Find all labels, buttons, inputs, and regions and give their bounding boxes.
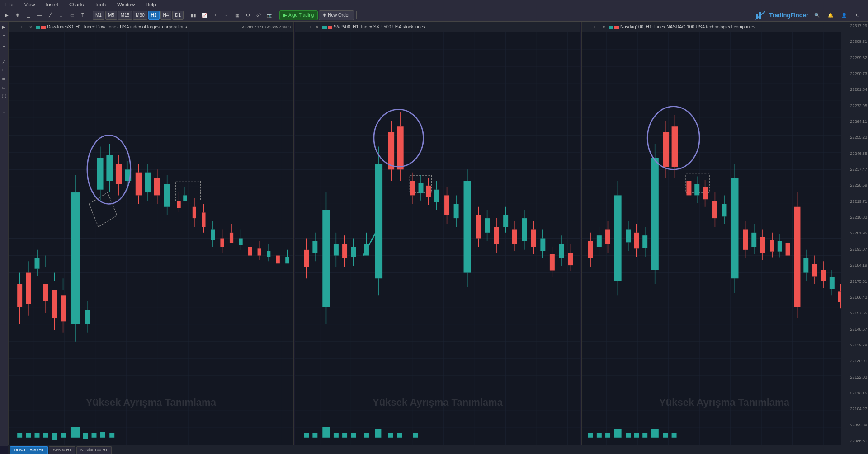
sidebar-line[interactable]: ⎯: [0, 41, 8, 48]
svg-rect-133: [109, 433, 114, 438]
svg-rect-236: [522, 218, 527, 241]
chart2-minimize-btn[interactable]: _: [298, 24, 304, 30]
sidebar-cursor[interactable]: ▶: [0, 23, 8, 31]
svg-rect-218: [464, 181, 471, 273]
fib-btn[interactable]: □: [56, 10, 66, 20]
chart-body-1[interactable]: Yüksek Ayrışma Tanımlama: [9, 32, 293, 445]
rect-btn[interactable]: ▭: [67, 10, 77, 20]
tf-m15[interactable]: M15: [118, 11, 132, 20]
charts-area: _ □ ✕ DowJones30, H1: Index Dow Jones US…: [8, 22, 868, 445]
sidebar-rect[interactable]: ▭: [0, 84, 8, 91]
zoom-out-btn[interactable]: -: [221, 10, 231, 20]
svg-rect-62: [97, 158, 104, 190]
account-icon[interactable]: 👤: [839, 10, 849, 20]
tab-nasdaq[interactable]: Nasdaq100,H1: [76, 446, 112, 454]
price-label-26: 22095.39: [842, 423, 867, 427]
svg-rect-261: [388, 433, 393, 438]
indicators-btn[interactable]: ☍: [254, 10, 264, 20]
svg-rect-263: [413, 433, 418, 438]
screenshot-btn[interactable]: 📷: [264, 10, 274, 20]
menu-tools[interactable]: Tools: [93, 1, 108, 8]
chart3-candles-svg: [582, 32, 867, 445]
sidebar-crosshair[interactable]: +: [0, 32, 8, 39]
svg-rect-239: [531, 229, 536, 247]
sidebar-ellipse[interactable]: ◯: [0, 92, 8, 99]
chart3-minimize-btn[interactable]: _: [585, 24, 591, 30]
svg-rect-366: [794, 207, 801, 307]
svg-rect-115: [267, 251, 270, 257]
search-icon[interactable]: 🔍: [812, 10, 822, 20]
menu-help[interactable]: Help: [144, 1, 158, 8]
svg-rect-354: [760, 237, 765, 253]
chart-body-3[interactable]: Yüksek Ayrışma Tanımlama: [582, 32, 867, 445]
menu-charts[interactable]: Charts: [67, 1, 85, 8]
svg-rect-83: [164, 184, 170, 207]
zoom-in-btn[interactable]: +: [210, 10, 220, 20]
shared-price-axis: 22317.29 22308.51 22299.62 22290.73 2228…: [841, 22, 868, 445]
svg-rect-206: [426, 186, 431, 197]
svg-rect-40: [26, 273, 31, 304]
menu-file[interactable]: File: [4, 1, 15, 8]
chart1-minimize-btn[interactable]: _: [11, 24, 18, 30]
svg-rect-55: [71, 192, 80, 324]
svg-rect-95: [202, 212, 205, 227]
chart3-close-btn[interactable]: ✕: [601, 24, 607, 30]
svg-rect-230: [503, 215, 508, 227]
sidebar-trend[interactable]: ╱: [0, 58, 8, 65]
text-btn[interactable]: T: [78, 10, 88, 20]
settings2-icon[interactable]: ⚙: [853, 10, 863, 20]
chart1-candles-svg: [9, 32, 293, 445]
svg-rect-203: [419, 183, 424, 193]
new-order-label: New Order: [328, 13, 349, 18]
hline-btn[interactable]: ―: [34, 10, 44, 20]
svg-rect-90: [183, 195, 187, 201]
menu-window[interactable]: Window: [115, 1, 137, 8]
price-label-27: 22086.51: [842, 439, 867, 443]
notifications-icon[interactable]: 🔔: [826, 10, 835, 20]
trendline-btn[interactable]: ╱: [45, 10, 55, 20]
algo-trading-btn[interactable]: ▶ Algo Trading: [279, 10, 318, 20]
tf-m30[interactable]: M30: [133, 11, 147, 20]
sidebar-hline[interactable]: ―: [0, 49, 8, 56]
chart-header-3: _ □ ✕ Nasdaq100, H1: Index NASDAQ 100 US…: [582, 22, 867, 32]
tf-d1[interactable]: D1: [172, 11, 184, 20]
logo-text: TradingFinder: [769, 12, 808, 19]
chart1-maximize-btn[interactable]: □: [19, 24, 26, 30]
price-label-top: 22317.29: [842, 23, 867, 28]
line-btn[interactable]: ⎯: [24, 10, 33, 20]
svg-rect-319: [651, 158, 658, 270]
line-chart-btn[interactable]: 📈: [199, 10, 209, 20]
svg-rect-221: [476, 215, 481, 239]
svg-rect-123: [17, 433, 22, 438]
tf-m5[interactable]: M5: [105, 11, 117, 20]
svg-rect-363: [786, 243, 790, 256]
settings-btn[interactable]: ⚙: [243, 10, 253, 20]
svg-rect-98: [211, 229, 215, 240]
sidebar-channel[interactable]: ═: [0, 75, 8, 82]
svg-rect-348: [743, 229, 748, 249]
tf-m1[interactable]: M1: [93, 11, 104, 20]
sep4: [356, 11, 357, 19]
crosshair-btn[interactable]: ✚: [13, 10, 23, 20]
svg-rect-369: [803, 258, 808, 273]
chart1-close-btn[interactable]: ✕: [28, 24, 34, 30]
sidebar-text[interactable]: T: [0, 101, 8, 108]
svg-rect-104: [230, 233, 233, 243]
tab-sp500[interactable]: SP500,H1: [49, 446, 75, 454]
sidebar-arrow[interactable]: ↑: [0, 109, 8, 117]
tf-h1[interactable]: H1: [148, 11, 160, 20]
menu-insert[interactable]: Insert: [44, 1, 60, 8]
chart2-maximize-btn[interactable]: □: [306, 24, 312, 30]
grid-btn[interactable]: ▦: [232, 10, 242, 20]
tab-dowjones[interactable]: DowJones30,H1: [10, 446, 48, 454]
chart-body-2[interactable]: Yüksek Ayrışma Tanımlama: [295, 32, 580, 445]
new-order-btn[interactable]: ✚ New Order: [319, 10, 354, 20]
chart3-maximize-btn[interactable]: □: [593, 24, 599, 30]
menu-view[interactable]: View: [23, 1, 37, 8]
tf-h4[interactable]: H4: [160, 11, 172, 20]
price-label-11: 22228.59: [842, 183, 867, 187]
sidebar-fib[interactable]: □: [0, 66, 8, 74]
cursor-btn[interactable]: ▶: [2, 10, 12, 20]
chart2-close-btn[interactable]: ✕: [314, 24, 321, 30]
candlestick-btn[interactable]: ▮▮: [189, 10, 198, 20]
